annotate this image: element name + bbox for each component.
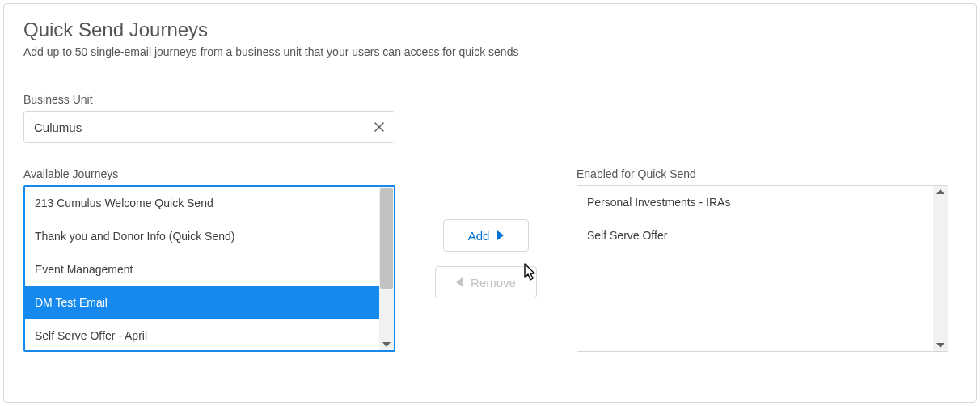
- add-button-label: Add: [468, 229, 490, 243]
- add-button[interactable]: Add: [443, 219, 529, 252]
- chevron-left-icon: [456, 277, 463, 287]
- scroll-down-icon[interactable]: [379, 339, 394, 350]
- list-item[interactable]: Self Serve Offer - April: [25, 319, 379, 350]
- list-item[interactable]: Thank you and Donor Info (Quick Send): [25, 220, 379, 253]
- list-item[interactable]: Self Serve Offer: [577, 219, 933, 252]
- scrollbar-thumb[interactable]: [380, 188, 393, 289]
- remove-button-label: Remove: [471, 276, 516, 290]
- list-item[interactable]: DM Test Email: [25, 286, 379, 319]
- enabled-quick-send-label: Enabled for Quick Send: [577, 167, 948, 180]
- scroll-down-icon[interactable]: [933, 340, 948, 351]
- business-unit-label: Business Unit: [23, 93, 957, 106]
- list-item[interactable]: Event Management: [25, 253, 379, 286]
- enabled-quick-send-listbox[interactable]: Personal Investments - IRAs Self Serve O…: [577, 185, 948, 352]
- available-journeys-label: Available Journeys: [23, 167, 395, 180]
- available-journeys-listbox[interactable]: 213 Cumulus Welcome Quick Send Thank you…: [23, 185, 395, 352]
- clear-icon[interactable]: [368, 116, 391, 138]
- remove-button[interactable]: Remove: [435, 266, 537, 298]
- scrollbar-track[interactable]: [933, 186, 948, 351]
- list-item[interactable]: 213 Cumulus Welcome Quick Send: [25, 187, 379, 220]
- scrollbar-track[interactable]: [379, 187, 394, 350]
- business-unit-input[interactable]: [23, 111, 395, 143]
- chevron-right-icon: [497, 230, 504, 240]
- scroll-up-icon[interactable]: [933, 186, 948, 197]
- business-unit-field: [23, 111, 395, 143]
- page-subtitle: Add up to 50 single-email journeys from …: [23, 45, 957, 58]
- divider: [23, 70, 957, 70]
- page-title: Quick Send Journeys: [23, 17, 957, 42]
- list-item[interactable]: Personal Investments - IRAs: [577, 186, 933, 219]
- quick-send-journeys-panel: Quick Send Journeys Add up to 50 single-…: [3, 3, 977, 403]
